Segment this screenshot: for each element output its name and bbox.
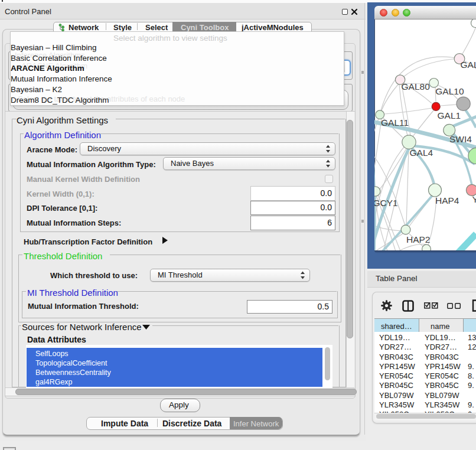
svg-text:GAL1: GAL1 bbox=[438, 110, 461, 120]
svg-text:GAL4: GAL4 bbox=[410, 148, 433, 158]
svg-text:GCY1: GCY1 bbox=[374, 198, 398, 208]
svg-text:GAL11: GAL11 bbox=[381, 118, 409, 128]
svg-text:Y: Y bbox=[472, 194, 476, 204]
svg-text:HAP4: HAP4 bbox=[435, 195, 459, 206]
svg-text:GAL7: GAL7 bbox=[461, 60, 476, 70]
svg-text:GAL80: GAL80 bbox=[402, 81, 431, 92]
svg-text:GAL10: GAL10 bbox=[435, 86, 464, 96]
svg-text:SWI4: SWI4 bbox=[449, 134, 472, 144]
svg-text:HAP2: HAP2 bbox=[406, 234, 431, 244]
